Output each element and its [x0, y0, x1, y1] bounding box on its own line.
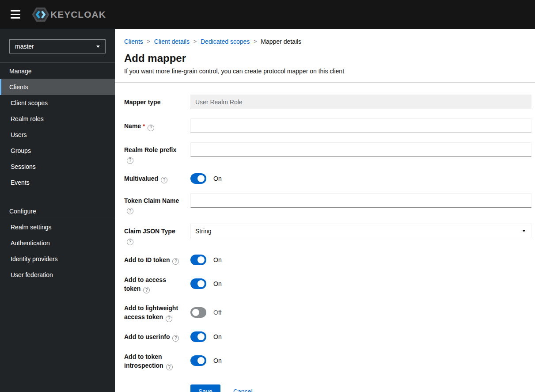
add-to-userinfo-row: Add to userinfo? On	[124, 331, 531, 342]
sidebar-item-users[interactable]: Users	[0, 127, 115, 143]
add-to-userinfo-toggle[interactable]	[190, 331, 206, 342]
multivalued-toggle[interactable]	[190, 173, 206, 184]
main-content: Clients > Client details > Dedicated sco…	[115, 29, 535, 392]
claim-json-type-row: Claim JSON Type? String	[124, 224, 531, 245]
masthead: KEYCLOAK	[0, 0, 535, 29]
breadcrumb: Clients > Client details > Dedicated sco…	[124, 38, 526, 45]
mapper-type-row: Mapper type	[124, 95, 531, 109]
add-to-userinfo-label: Add to userinfo?	[124, 331, 190, 342]
toggle-state-label: On	[213, 256, 222, 263]
help-icon[interactable]: ?	[166, 316, 172, 322]
add-to-token-introspection-toggle[interactable]	[190, 355, 206, 366]
required-asterisk: *	[143, 123, 145, 129]
nav-section-title: Manage	[0, 63, 115, 79]
token-claim-name-input[interactable]	[190, 193, 531, 208]
toggle-state-label: On	[213, 280, 222, 287]
breadcrumb-separator-icon: >	[194, 38, 197, 45]
realm-role-prefix-label: Realm Role prefix?	[124, 142, 190, 164]
add-to-token-introspection-row: Add to token introspection? On	[124, 351, 531, 371]
help-icon[interactable]: ?	[172, 258, 179, 265]
help-icon[interactable]: ?	[166, 364, 173, 370]
toggle-state-label: Off	[213, 309, 221, 316]
logo-wordmark: KEYCLOAK	[50, 9, 106, 20]
add-to-id-token-toggle[interactable]	[190, 255, 206, 265]
breadcrumb-clients[interactable]: Clients	[124, 38, 143, 45]
multivalued-label: Multivalued?	[124, 173, 190, 184]
sidebar: master Manage Clients Client scopes Real…	[0, 29, 115, 392]
token-claim-name-row: Token Claim Name?	[124, 193, 531, 215]
breadcrumb-mapper-details: Mapper details	[261, 38, 301, 45]
add-to-id-token-label: Add to ID token?	[124, 255, 190, 265]
add-to-access-token-label: Add to access token?	[124, 274, 190, 294]
sidebar-item-clients[interactable]: Clients	[0, 79, 115, 95]
sidebar-item-identity-providers[interactable]: Identity providers	[0, 251, 115, 267]
mapper-type-label: Mapper type	[124, 95, 190, 109]
name-row: Name*?	[124, 118, 531, 133]
help-icon[interactable]: ?	[127, 208, 133, 214]
realm-selector-value: master	[15, 43, 34, 50]
page-title: Add mapper	[124, 52, 526, 65]
sidebar-item-groups[interactable]: Groups	[0, 143, 115, 159]
nav-section-configure: Configure Realm settings Authentication …	[0, 203, 115, 283]
token-claim-name-label: Token Claim Name?	[124, 193, 190, 215]
toggle-state-label: On	[213, 175, 222, 182]
claim-json-type-select[interactable]: String	[190, 224, 531, 238]
keycloak-logo-icon	[32, 7, 49, 23]
help-icon[interactable]: ?	[161, 177, 167, 183]
add-to-lightweight-access-token-row: Add to lightweight access token? Off	[124, 303, 531, 322]
add-to-id-token-row: Add to ID token? On	[124, 255, 531, 265]
page-subtitle: If you want more fine-grain control, you…	[124, 68, 526, 75]
sidebar-item-client-scopes[interactable]: Client scopes	[0, 95, 115, 111]
name-input[interactable]	[190, 118, 531, 133]
add-to-access-token-row: Add to access token? On	[124, 274, 531, 294]
sidebar-item-realm-roles[interactable]: Realm roles	[0, 111, 115, 127]
realm-selector[interactable]: master	[9, 39, 106, 53]
sidebar-item-realm-settings[interactable]: Realm settings	[0, 219, 115, 235]
chevron-down-icon	[522, 230, 526, 232]
page-header: Clients > Client details > Dedicated sco…	[115, 29, 535, 83]
help-icon[interactable]: ?	[148, 125, 154, 131]
add-to-lightweight-access-token-label: Add to lightweight access token?	[124, 303, 190, 322]
realm-role-prefix-row: Realm Role prefix?	[124, 142, 531, 164]
cancel-button[interactable]: Cancel	[233, 388, 253, 392]
name-label: Name*?	[124, 118, 190, 133]
toggle-state-label: On	[213, 333, 222, 340]
add-to-access-token-toggle[interactable]	[190, 278, 206, 289]
help-icon[interactable]: ?	[143, 287, 150, 293]
keycloak-logo: KEYCLOAK	[32, 7, 106, 23]
help-icon[interactable]: ?	[172, 335, 179, 342]
select-value: String	[195, 228, 212, 235]
add-mapper-form: Mapper type Name*? Realm	[115, 83, 535, 392]
breadcrumb-dedicated-scopes[interactable]: Dedicated scopes	[201, 38, 250, 45]
hamburger-menu-button[interactable]	[9, 8, 22, 20]
nav-section-manage: Manage Clients Client scopes Realm roles…	[0, 63, 115, 190]
claim-json-type-label: Claim JSON Type?	[124, 224, 190, 245]
save-button[interactable]: Save	[190, 384, 220, 392]
add-to-lightweight-access-token-toggle[interactable]	[190, 307, 206, 318]
add-to-token-introspection-label: Add to token introspection?	[124, 351, 190, 371]
help-icon[interactable]: ?	[127, 239, 133, 245]
sidebar-item-sessions[interactable]: Sessions	[0, 159, 115, 175]
sidebar-item-user-federation[interactable]: User federation	[0, 267, 115, 283]
help-icon[interactable]: ?	[127, 157, 133, 164]
toggle-state-label: On	[213, 357, 222, 364]
keycloak-admin-console: KEYCLOAK master Manage Clients Client sc…	[0, 0, 535, 392]
chevron-down-icon	[96, 46, 100, 48]
sidebar-item-events[interactable]: Events	[0, 175, 115, 190]
nav-section-title: Configure	[0, 203, 115, 219]
breadcrumb-client-details[interactable]: Client details	[154, 38, 190, 45]
mapper-type-input	[190, 95, 531, 109]
breadcrumb-separator-icon: >	[147, 38, 150, 45]
multivalued-row: Multivalued? On	[124, 173, 531, 184]
breadcrumb-separator-icon: >	[254, 38, 257, 45]
realm-selector-section: master	[0, 29, 115, 63]
form-actions: Save Cancel	[190, 384, 531, 392]
sidebar-item-authentication[interactable]: Authentication	[0, 235, 115, 251]
hamburger-icon	[11, 10, 20, 11]
realm-role-prefix-input[interactable]	[190, 142, 531, 157]
